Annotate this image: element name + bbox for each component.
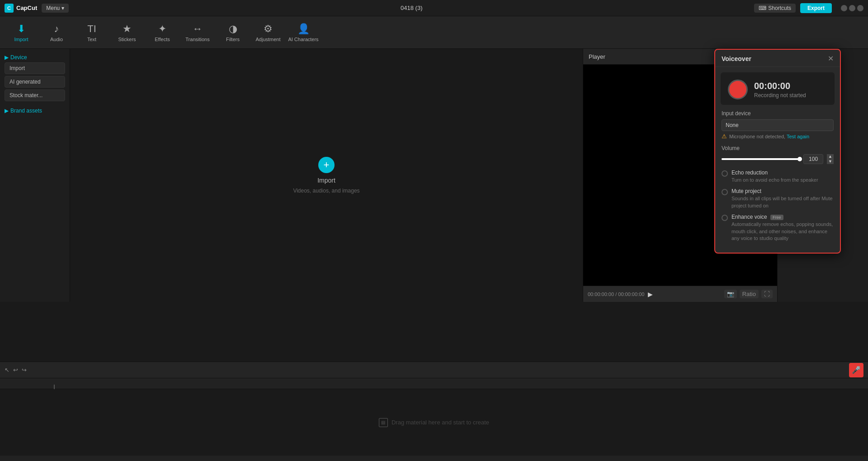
mute-project-content: Mute project Sounds in all clips will be… <box>731 188 834 209</box>
mute-project-title: Mute project <box>731 188 834 194</box>
player-controls: 00:00:00:00 / 00:00:00:00 ▶ 📷 Ratio ⛶ <box>583 286 777 302</box>
window-controls <box>841 5 863 11</box>
tool-import[interactable]: ⬇ Import <box>5 18 38 47</box>
menu-button[interactable]: Menu ▾ <box>42 4 69 13</box>
record-time: 00:00:00 <box>754 81 806 91</box>
drag-icon: ▤ <box>379 418 388 427</box>
timeline-undo-btn[interactable]: ↩ <box>13 367 18 373</box>
volume-row: Volume ▲ ▼ <box>722 145 834 164</box>
volume-up-button[interactable]: ▲ <box>827 154 834 159</box>
free-badge: Free <box>770 215 783 220</box>
brand-assets-section[interactable]: ▶ Brand assets <box>0 105 70 117</box>
window-title: 0418 (3) <box>69 5 754 11</box>
maximize-button[interactable] <box>849 5 855 11</box>
import-drop-area[interactable]: + Import Videos, audios, and images <box>70 49 583 302</box>
recorder-info: 00:00:00 Recording not started <box>754 81 806 99</box>
volume-fill <box>722 158 800 160</box>
timeline-cursor-btn[interactable]: ↖ <box>5 367 9 373</box>
record-button[interactable] <box>728 80 748 99</box>
import-sublabel: Videos, audios, and images <box>293 188 359 194</box>
input-device-label: Input device <box>722 110 834 117</box>
transitions-icon: ↔ <box>193 23 203 35</box>
enhance-voice-toggle[interactable] <box>722 215 728 221</box>
volume-label: Volume <box>722 145 834 151</box>
test-again-link[interactable]: Test again <box>787 134 809 139</box>
tool-stickers[interactable]: ★ Stickers <box>110 18 144 47</box>
echo-reduction-content: Echo reduction Turn on to avoid echo fro… <box>731 169 818 183</box>
minimize-button[interactable] <box>841 5 847 11</box>
main-toolbar: ⬇ Import ♪ Audio TI Text ★ Stickers ✦ Ef… <box>0 16 868 49</box>
ratio-button[interactable]: Ratio <box>740 290 759 298</box>
echo-reduction-row: Echo reduction Turn on to avoid echo fro… <box>722 169 834 183</box>
player-timecode: 00:00:00:00 / 00:00:00:00 <box>588 292 644 297</box>
tool-effects[interactable]: ✦ Effects <box>146 18 179 47</box>
sidebar-ai-generated-btn[interactable]: AI generated <box>5 76 65 88</box>
timeline-content[interactable]: ▤ Drag material here and start to create <box>0 389 868 456</box>
voiceover-header: Voiceover ✕ <box>715 50 840 67</box>
voiceover-body: Input device None ⚠ Microphone not detec… <box>715 108 840 253</box>
audio-icon: ♪ <box>54 23 59 35</box>
voiceover-panel: Voiceover ✕ 00:00:00 Recording not start… <box>714 49 841 254</box>
mute-project-desc: Sounds in all clips will be turned off a… <box>731 195 834 209</box>
tool-audio[interactable]: ♪ Audio <box>40 18 73 47</box>
enhance-voice-row: Enhance voice Free Automatically remove … <box>722 214 834 242</box>
timeline-header: ↖ ↩ ↪ 🎤 <box>0 362 868 378</box>
app-logo: C CapCut <box>5 4 37 13</box>
volume-thumb <box>797 157 802 161</box>
enhance-voice-content: Enhance voice Free Automatically remove … <box>731 214 834 242</box>
tool-transitions[interactable]: ↔ Transitions <box>181 18 214 47</box>
volume-control: ▲ ▼ <box>722 154 834 164</box>
timeline-wrapper: ↖ ↩ ↪ 🎤 ▤ Drag material here and start t… <box>0 362 868 461</box>
mute-project-toggle[interactable] <box>722 189 728 195</box>
voiceover-recorder: 00:00:00 Recording not started <box>721 72 835 105</box>
enhance-voice-title: Enhance voice Free <box>731 214 834 220</box>
voiceover-close-button[interactable]: ✕ <box>828 54 834 63</box>
input-device-select[interactable]: None <box>722 119 834 131</box>
volume-slider[interactable] <box>722 158 800 160</box>
import-label: Import <box>317 177 335 184</box>
record-status: Recording not started <box>754 92 806 99</box>
drop-hint: Drag material here and start to create <box>392 419 489 426</box>
device-section-title: ▶ Device <box>5 54 65 61</box>
enhance-voice-desc: Automatically remove echos, popping soun… <box>731 221 834 242</box>
text-icon: TI <box>87 23 96 35</box>
timeline-scrollbar[interactable] <box>0 456 868 461</box>
warning-icon: ⚠ <box>722 133 727 140</box>
titlebar: C CapCut Menu ▾ 0418 (3) ⌨ Shortcuts Exp… <box>0 0 868 16</box>
timeline-ruler <box>0 378 868 389</box>
tool-ai-characters[interactable]: 👤 AI Characters <box>287 18 320 47</box>
left-sidebar: ▶ Device Import AI generated Stock mater… <box>0 49 70 302</box>
close-button[interactable] <box>857 5 863 11</box>
echo-reduction-toggle[interactable] <box>722 170 728 177</box>
volume-input[interactable] <box>803 154 823 164</box>
import-plus-icon: + <box>318 157 335 173</box>
screenshot-button[interactable]: 📷 <box>724 290 737 298</box>
logo-icon: C <box>5 4 14 13</box>
fullscreen-button[interactable]: ⛶ <box>761 290 773 298</box>
voiceover-title: Voiceover <box>722 55 751 62</box>
import-icon: ⬇ <box>17 23 25 35</box>
player-right-controls: 📷 Ratio ⛶ <box>724 290 773 298</box>
warning-text: Microphone not detected, Test again <box>729 134 809 139</box>
volume-down-button[interactable]: ▼ <box>827 159 834 164</box>
player-title: Player <box>589 53 605 60</box>
tool-text[interactable]: TI Text <box>75 18 108 47</box>
ai-characters-icon: 👤 <box>297 23 310 35</box>
sidebar-stock-btn[interactable]: Stock mater... <box>5 89 65 101</box>
play-button[interactable]: ▶ <box>648 291 653 298</box>
stickers-icon: ★ <box>123 23 132 35</box>
adjustment-icon: ⚙ <box>264 23 273 35</box>
effects-icon: ✦ <box>158 23 166 35</box>
mute-project-row: Mute project Sounds in all clips will be… <box>722 188 834 209</box>
mic-record-button[interactable]: 🎤 <box>849 363 863 377</box>
sidebar-import-btn[interactable]: Import <box>5 62 65 74</box>
echo-reduction-title: Echo reduction <box>731 169 818 176</box>
timeline-redo-btn[interactable]: ↪ <box>22 367 27 373</box>
export-button[interactable]: Export <box>800 3 832 13</box>
echo-reduction-desc: Turn on to avoid echo from the speaker <box>731 177 818 183</box>
volume-stepper: ▲ ▼ <box>827 154 834 164</box>
shortcuts-button[interactable]: ⌨ Shortcuts <box>754 4 796 13</box>
filters-icon: ◑ <box>229 23 237 35</box>
tool-filters[interactable]: ◑ Filters <box>216 18 250 47</box>
tool-adjustment[interactable]: ⚙ Adjustment <box>251 18 285 47</box>
